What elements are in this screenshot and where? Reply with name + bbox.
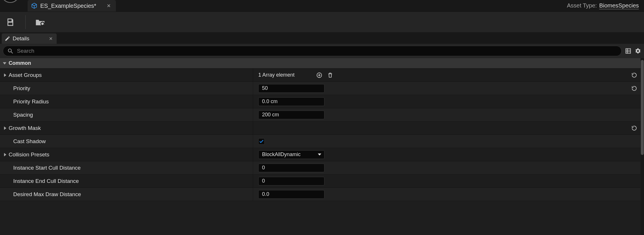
- details-tab-label: Details: [13, 35, 29, 42]
- label-collision-presets[interactable]: Collision Presets: [0, 148, 253, 161]
- settings-gear-icon[interactable]: [635, 48, 641, 54]
- label-desired-max-draw: Desired Max Draw Distance: [0, 188, 253, 201]
- svg-line-3: [11, 52, 13, 54]
- instance-end-cull-input[interactable]: [258, 177, 324, 185]
- desired-max-draw-input[interactable]: [258, 190, 324, 199]
- expand-caret-icon: [4, 126, 6, 130]
- label-text: Priority Radius: [13, 98, 49, 105]
- browse-button[interactable]: [34, 16, 47, 29]
- asset-type-label: Asset Type: BiomesSpecies: [567, 2, 639, 9]
- value-spacing: [253, 108, 641, 121]
- cube-icon: [31, 3, 37, 9]
- reset-to-default-icon[interactable]: [631, 125, 638, 132]
- label-text: Instance Start Cull Distance: [13, 165, 81, 171]
- reset-to-default-icon[interactable]: [631, 72, 638, 79]
- clear-array-icon[interactable]: [327, 72, 334, 79]
- add-array-element-icon[interactable]: [316, 72, 323, 79]
- row-asset-groups: Asset Groups 1 Array element: [0, 69, 641, 82]
- value-growth-mask: [253, 122, 641, 134]
- vertical-scrollbar[interactable]: [641, 58, 644, 235]
- details-search-input[interactable]: [16, 48, 617, 54]
- label-growth-mask[interactable]: Growth Mask: [0, 122, 253, 134]
- row-cast-shadow: Cast Shadow: [0, 135, 641, 148]
- row-spacing: Spacing: [0, 108, 641, 122]
- value-cast-shadow: [253, 135, 641, 148]
- label-text: Desired Max Draw Distance: [13, 191, 81, 198]
- collision-presets-dropdown[interactable]: BlockAllDynamic: [258, 150, 324, 159]
- row-priority: Priority: [0, 82, 641, 95]
- label-spacing: Spacing: [0, 108, 253, 121]
- category-header-common[interactable]: Common: [0, 58, 641, 69]
- property-matrix-icon[interactable]: [625, 48, 631, 54]
- asset-type-caption: Asset Type:: [567, 2, 597, 9]
- label-instance-end-cull: Instance End Cull Distance: [0, 175, 253, 187]
- instance-start-cull-input[interactable]: [258, 164, 324, 172]
- row-instance-start-cull: Instance Start Cull Distance: [0, 161, 641, 175]
- label-text: Spacing: [13, 112, 33, 118]
- close-details-tab-icon[interactable]: ✕: [49, 36, 53, 41]
- value-priority-radius: [253, 95, 641, 108]
- toolbar: [0, 12, 644, 32]
- value-collision-presets: BlockAllDynamic: [253, 148, 641, 161]
- row-growth-mask: Growth Mask: [0, 122, 641, 135]
- label-text: Instance End Cull Distance: [13, 178, 79, 184]
- value-asset-groups: 1 Array element: [253, 69, 641, 82]
- label-text: Collision Presets: [9, 151, 49, 158]
- row-collision-presets: Collision Presets BlockAllDynamic: [0, 148, 641, 161]
- cast-shadow-checkbox[interactable]: [258, 138, 265, 145]
- app-logo-icon: U: [1, 0, 20, 3]
- reset-to-default-icon[interactable]: [631, 85, 638, 92]
- toolbar-separator: [25, 15, 26, 29]
- value-instance-end-cull: [253, 175, 641, 187]
- asset-tab-title: ES_ExampleSpecies*: [40, 3, 96, 9]
- close-tab-icon[interactable]: ✕: [107, 3, 111, 9]
- details-search-row: [0, 44, 644, 58]
- value-desired-max-draw: [253, 188, 641, 201]
- save-button[interactable]: [4, 16, 17, 29]
- svg-point-2: [8, 49, 12, 52]
- details-search-wrap: [3, 46, 622, 56]
- priority-input[interactable]: [258, 84, 324, 93]
- category-name: Common: [9, 60, 31, 66]
- label-priority: Priority: [0, 82, 253, 95]
- title-bar: U ES_ExampleSpecies* ✕ Asset Type: Biome…: [0, 0, 644, 12]
- collision-presets-selected: BlockAllDynamic: [262, 151, 301, 158]
- priority-radius-input[interactable]: [258, 97, 324, 106]
- panel-tab-row: Details ✕: [0, 32, 644, 44]
- svg-rect-4: [626, 49, 631, 54]
- label-text: Asset Groups: [9, 72, 42, 78]
- label-text: Priority: [13, 85, 30, 92]
- label-text: Cast Shadow: [13, 138, 46, 145]
- row-priority-radius: Priority Radius: [0, 95, 641, 108]
- label-text: Growth Mask: [9, 125, 41, 131]
- app-logo-slot: U: [0, 0, 26, 12]
- scrollbar-thumb[interactable]: [641, 60, 644, 155]
- pencil-icon: [5, 36, 10, 41]
- expand-caret-icon: [4, 153, 6, 156]
- expand-caret-icon: [3, 62, 6, 65]
- row-instance-end-cull: Instance End Cull Distance: [0, 175, 641, 188]
- svg-line-1: [44, 25, 45, 26]
- asset-type-link[interactable]: BiomesSpecies: [599, 2, 639, 9]
- spacing-input[interactable]: [258, 111, 324, 119]
- value-instance-start-cull: [253, 161, 641, 174]
- asset-tab[interactable]: ES_ExampleSpecies* ✕: [28, 0, 116, 12]
- label-cast-shadow: Cast Shadow: [0, 135, 253, 148]
- property-area: Common Asset Groups 1 Array element: [0, 58, 644, 235]
- value-priority: [253, 82, 641, 95]
- label-priority-radius: Priority Radius: [0, 95, 253, 108]
- details-tab[interactable]: Details ✕: [2, 33, 57, 44]
- array-summary: 1 Array element: [258, 72, 295, 78]
- label-instance-start-cull: Instance Start Cull Distance: [0, 161, 253, 174]
- search-icon: [7, 48, 14, 54]
- label-asset-groups[interactable]: Asset Groups: [0, 69, 253, 82]
- row-desired-max-draw: Desired Max Draw Distance: [0, 188, 641, 201]
- chevron-down-icon: [318, 153, 321, 156]
- expand-caret-icon: [4, 73, 6, 77]
- property-scroll: Common Asset Groups 1 Array element: [0, 58, 641, 235]
